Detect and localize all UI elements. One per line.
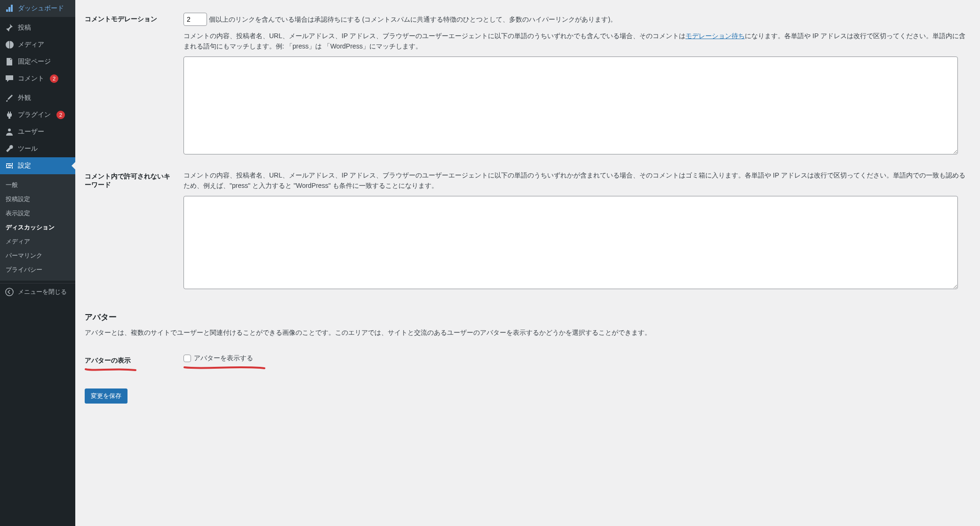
svg-rect-5 xyxy=(6,167,11,168)
plugin-updates-badge: 2 xyxy=(56,111,65,119)
moderation-links-input[interactable] xyxy=(183,13,207,26)
svg-rect-4 xyxy=(6,165,7,167)
brush-icon xyxy=(5,93,14,103)
plugin-icon xyxy=(5,110,14,120)
sidebar-item-label: コメント xyxy=(18,74,44,83)
sidebar-item-posts[interactable]: 投稿 xyxy=(0,19,75,36)
sidebar-item-comments[interactable]: コメント 2 xyxy=(0,70,75,87)
moderation-links-text: 個以上のリンクを含んでいる場合は承認待ちにする (コメントスパムに共通する特徴の… xyxy=(209,16,617,23)
svg-rect-2 xyxy=(12,163,13,165)
media-icon xyxy=(5,40,14,49)
sidebar-item-settings[interactable]: 設定 xyxy=(0,157,75,174)
sidebar-item-label: 外観 xyxy=(18,94,31,102)
sidebar-item-label: プラグイン xyxy=(18,111,51,119)
moderation-keys-textarea[interactable] xyxy=(183,57,958,154)
sidebar-item-appearance[interactable]: 外観 xyxy=(0,89,75,106)
svg-rect-1 xyxy=(6,163,11,164)
svg-rect-3 xyxy=(8,165,13,166)
avatar-display-checkbox[interactable] xyxy=(183,355,191,362)
row-label-disallowed: コメント内で許可されないキーワード xyxy=(85,163,179,298)
disallowed-description: コメントの内容、投稿者名、URL、メールアドレス、IP アドレス、ブラウザーのユ… xyxy=(183,170,966,191)
sidebar-item-label: ユーザー xyxy=(18,128,44,136)
main-content: コメントモデレーション 個以上のリンクを含んでいる場合は承認待ちにする (コメン… xyxy=(75,0,980,526)
sidebar-item-label: 固定ページ xyxy=(18,57,51,66)
submenu-item-permalink[interactable]: パーマリンク xyxy=(0,249,75,263)
row-label-avatar-display: アバターの表示 xyxy=(85,356,131,364)
row-label-moderation: コメントモデレーション xyxy=(85,6,179,163)
avatar-display-checkbox-wrap[interactable]: アバターを表示する xyxy=(183,354,966,363)
dashboard-icon xyxy=(5,4,14,13)
sidebar-item-label: ダッシュボード xyxy=(18,4,64,13)
annotation-underline-left xyxy=(85,367,174,370)
moderation-queue-link[interactable]: モデレーション待ち xyxy=(685,32,745,40)
submenu-item-reading[interactable]: 表示設定 xyxy=(0,206,75,220)
submenu-item-discussion[interactable]: ディスカッション xyxy=(0,220,75,235)
page-icon xyxy=(5,57,14,66)
settings-submenu: 一般 投稿設定 表示設定 ディスカッション メディア パーマリンク プライバシー xyxy=(0,174,75,281)
avatar-heading: アバター xyxy=(85,312,971,323)
submenu-item-writing[interactable]: 投稿設定 xyxy=(0,192,75,206)
collapse-menu-label: メニューを閉じる xyxy=(18,288,67,296)
svg-point-7 xyxy=(6,288,13,296)
disallowed-keys-textarea[interactable] xyxy=(183,196,958,289)
sidebar-item-pages[interactable]: 固定ページ xyxy=(0,53,75,70)
settings-icon xyxy=(5,161,14,170)
moderation-desc-before: コメントの内容、投稿者名、URL、メールアドレス、IP アドレス、ブラウザーのユ… xyxy=(183,32,685,40)
sidebar-item-users[interactable]: ユーザー xyxy=(0,123,75,140)
admin-sidebar: ダッシュボード 投稿 メディア 固定ページ コメント 2 外観 プラグイン 2 … xyxy=(0,0,75,526)
collapse-icon xyxy=(5,287,14,297)
sidebar-item-label: メディア xyxy=(18,40,44,49)
wrench-icon xyxy=(5,144,14,154)
user-icon xyxy=(5,127,14,137)
annotation-underline-right xyxy=(183,364,966,367)
collapse-menu-button[interactable]: メニューを閉じる xyxy=(0,283,75,300)
sidebar-item-tools[interactable]: ツール xyxy=(0,140,75,157)
submenu-item-privacy[interactable]: プライバシー xyxy=(0,263,75,277)
svg-point-0 xyxy=(8,129,11,131)
sidebar-item-media[interactable]: メディア xyxy=(0,36,75,53)
avatar-display-checkbox-label: アバターを表示する xyxy=(194,354,253,363)
pin-icon xyxy=(5,23,14,32)
comments-count-badge: 2 xyxy=(50,74,58,83)
comment-icon xyxy=(5,74,14,83)
submenu-item-media[interactable]: メディア xyxy=(0,235,75,249)
sidebar-item-label: 投稿 xyxy=(18,24,31,32)
avatar-intro: アバターとは、複数のサイトでユーザーと関連付けることができる画像のことです。この… xyxy=(85,327,971,338)
svg-rect-6 xyxy=(12,167,13,169)
sidebar-item-label: ツール xyxy=(18,145,38,153)
sidebar-item-label: 設定 xyxy=(18,162,31,170)
save-changes-button[interactable]: 変更を保存 xyxy=(85,388,127,404)
sidebar-item-dashboard[interactable]: ダッシュボード xyxy=(0,0,75,17)
submenu-item-general[interactable]: 一般 xyxy=(0,178,75,192)
moderation-links-line: 個以上のリンクを含んでいる場合は承認待ちにする (コメントスパムに共通する特徴の… xyxy=(183,13,966,26)
sidebar-item-plugins[interactable]: プラグイン 2 xyxy=(0,106,75,123)
moderation-description: コメントの内容、投稿者名、URL、メールアドレス、IP アドレス、ブラウザーのユ… xyxy=(183,31,966,52)
